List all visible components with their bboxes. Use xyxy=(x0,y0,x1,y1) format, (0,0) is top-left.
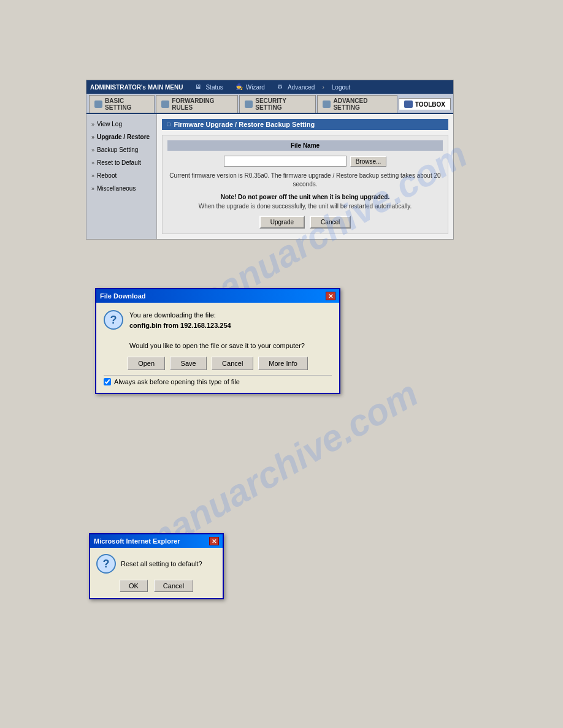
ie-button-row: OK Cancel xyxy=(96,580,216,592)
nav-separator: › xyxy=(322,84,324,91)
cancel-button[interactable]: Cancel xyxy=(212,357,253,370)
dialog-message-text: You are downloading the file: config.bin… xyxy=(129,310,305,351)
tab-toolbox[interactable]: TOOLBOX xyxy=(399,98,451,110)
dialog-close-button[interactable]: ✕ xyxy=(326,292,335,300)
basic-setting-icon xyxy=(94,100,102,108)
upgrade-button[interactable]: Upgrade xyxy=(259,216,305,229)
file-download-titlebar: File Download ✕ xyxy=(96,289,339,303)
status-icon: 🖥 xyxy=(195,83,204,91)
tab-security-setting[interactable]: SECURITY SETTING xyxy=(239,95,316,113)
sidebar: View Log Upgrade / Restore Backup Settin… xyxy=(86,114,157,239)
ie-close-button[interactable]: ✕ xyxy=(209,537,219,545)
sidebar-item-reset[interactable]: Reset to Default xyxy=(86,156,156,169)
file-download-dialog: File Download ✕ ? You are downloading th… xyxy=(95,288,340,394)
panel-body: View Log Upgrade / Restore Backup Settin… xyxy=(86,114,453,239)
cancel-button[interactable]: Cancel xyxy=(310,216,351,229)
ie-message-text: Reset all setting to default? xyxy=(121,560,202,567)
nav-status[interactable]: 🖥 Status xyxy=(190,82,228,92)
tab-advanced-setting[interactable]: ADVANCED SETTING xyxy=(317,95,397,113)
router-admin-panel: ADMINISTRATOR's MAIN MENU 🖥 Status 🧙 Wiz… xyxy=(86,80,454,240)
nav-wizard[interactable]: 🧙 Wizard xyxy=(231,82,270,92)
ie-cancel-button[interactable]: Cancel xyxy=(154,580,193,592)
tab-forwarding-rules[interactable]: FORWARDING RULES xyxy=(156,95,238,113)
forwarding-icon xyxy=(161,100,169,108)
sidebar-item-upgrade-restore[interactable]: Upgrade / Restore xyxy=(86,131,156,143)
more-info-button[interactable]: More Info xyxy=(258,357,307,370)
firmware-form: File Name Browse... Current firmware ver… xyxy=(162,135,448,234)
adv-setting-icon xyxy=(323,100,331,108)
file-input-row: Browse... xyxy=(167,156,443,167)
main-content: Firmware Upgrade / Restore Backup Settin… xyxy=(157,114,453,239)
nav-logout[interactable]: Logout xyxy=(327,83,356,92)
sidebar-item-reboot[interactable]: Reboot xyxy=(86,169,156,182)
ie-message-row: ? Reset all setting to default? xyxy=(96,554,216,574)
form-button-row: Upgrade Cancel xyxy=(167,216,443,229)
dialog-title: File Download xyxy=(100,292,146,300)
open-button[interactable]: Open xyxy=(128,357,165,370)
tab-basic-setting[interactable]: BASIC SETTING xyxy=(89,95,155,113)
file-path-input[interactable] xyxy=(224,156,347,167)
save-button[interactable]: Save xyxy=(170,357,207,370)
dialog-message-row: ? You are downloading the file: config.b… xyxy=(104,310,332,351)
dialog-body: ? You are downloading the file: config.b… xyxy=(96,303,339,393)
section-title: Firmware Upgrade / Restore Backup Settin… xyxy=(162,119,448,130)
file-name-header: File Name xyxy=(167,140,443,151)
always-ask-label: Always ask before opening this type of f… xyxy=(114,378,240,385)
always-ask-checkbox[interactable] xyxy=(104,378,111,385)
brand-label: ADMINISTRATOR's MAIN MENU xyxy=(90,84,183,91)
wizard-icon: 🧙 xyxy=(236,83,244,91)
ie-dialog-body: ? Reset all setting to default? OK Cance… xyxy=(90,548,223,598)
tab-bar: BASIC SETTING FORWARDING RULES SECURITY … xyxy=(86,94,453,114)
firmware-info-text: Current firmware version is R0.35a0. The… xyxy=(167,172,443,189)
advanced-icon: ⚙ xyxy=(277,83,286,91)
sidebar-item-backup[interactable]: Backup Setting xyxy=(86,143,156,156)
browse-button[interactable]: Browse... xyxy=(350,156,387,167)
ie-dialog: Microsoft Internet Explorer ✕ ? Reset al… xyxy=(89,533,224,599)
sidebar-item-misc[interactable]: Miscellaneous xyxy=(86,182,156,195)
ie-dialog-title: Microsoft Internet Explorer xyxy=(94,537,180,545)
ie-dialog-titlebar: Microsoft Internet Explorer ✕ xyxy=(90,534,223,548)
ok-button[interactable]: OK xyxy=(120,580,148,592)
note-text: When the upgrade is done successfully, t… xyxy=(167,203,443,210)
dialog-button-row: Open Save Cancel More Info xyxy=(104,357,332,370)
question-icon: ? xyxy=(104,310,123,330)
top-navigation: ADMINISTRATOR's MAIN MENU 🖥 Status 🧙 Wiz… xyxy=(86,80,453,94)
toolbox-icon xyxy=(404,100,413,108)
nav-advanced[interactable]: ⚙ Advanced xyxy=(272,82,320,92)
warning-text: Note! Do not power off the unit when it … xyxy=(167,194,443,200)
security-icon xyxy=(245,100,253,108)
sidebar-item-view-log[interactable]: View Log xyxy=(86,118,156,131)
ie-question-icon: ? xyxy=(96,554,116,574)
checkbox-row: Always ask before opening this type of f… xyxy=(104,375,332,385)
